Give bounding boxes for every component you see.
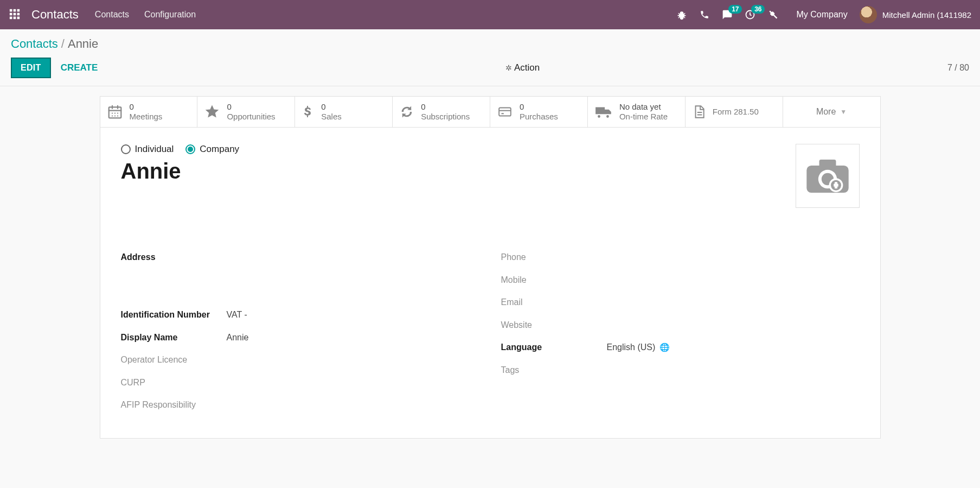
breadcrumb: Contacts/Annie [11,37,969,51]
menu-contacts[interactable]: Contacts [95,10,129,20]
messages-icon[interactable]: 17 [718,9,736,20]
dollar-icon [302,104,315,120]
svg-rect-8 [17,17,20,20]
edit-button[interactable]: EDIT [11,58,51,78]
stat-value: No data yet [619,102,668,112]
record-title: Annie [121,159,240,183]
image-placeholder[interactable] [796,144,860,208]
field-label: Website [501,318,607,332]
field-row: CURP [121,371,479,394]
svg-point-12 [597,115,600,118]
stat-meetings[interactable]: 0Meetings [100,97,198,127]
stat-label: Meetings [130,112,163,122]
field-row: Display NameAnnie [121,326,479,349]
stat-label: Opportunities [227,112,275,122]
field-row: Mobile [501,269,860,291]
stat-purchases[interactable]: 0Purchases [490,97,588,127]
stat-value: 0 [130,102,163,112]
field-value: English (US)🌐 [607,340,670,354]
phone-icon[interactable] [695,10,714,20]
svg-rect-3 [10,13,12,16]
field-value: Annie [227,331,249,345]
field-label: Operator Licence [121,353,227,367]
form-sheet: Individual Company Annie AddressIdentifi… [100,128,881,439]
stat-value: 0 [421,102,470,112]
svg-rect-11 [499,107,511,116]
refresh-icon [399,104,414,119]
svg-rect-5 [17,13,20,16]
more-label: More [816,107,836,117]
field-label: Display Name [121,331,227,345]
field-row: Phone [501,246,860,269]
svg-rect-0 [10,9,12,12]
create-button[interactable]: CREATE [61,62,98,73]
menu-configuration[interactable]: Configuration [144,10,196,20]
stat-buttons: 0Meetings0Opportunities0Sales0Subscripti… [100,96,881,128]
activities-badge: 36 [751,5,765,14]
svg-rect-2 [17,9,20,12]
app-brand[interactable]: Contacts [31,8,79,22]
field-row: Tags [501,359,860,382]
company-switcher[interactable]: My Company [796,10,847,20]
topbar: Contacts Contacts Configuration 17 36 My… [0,0,980,29]
card-icon [497,105,513,119]
fields-left-column: AddressIdentification NumberVAT -Display… [121,246,479,416]
globe-icon[interactable]: 🌐 [659,343,670,352]
stat-label: On-time Rate [619,112,668,122]
action-dropdown[interactable]: ✲Action [505,62,540,73]
control-panel: Contacts/Annie EDIT CREATE ✲Action 7 / 8… [0,29,980,86]
radio-company[interactable]: Company [185,144,239,155]
chevron-down-icon: ▼ [840,108,847,116]
svg-rect-6 [10,17,12,20]
breadcrumb-current: Annie [68,37,98,50]
stat-value: 0 [520,102,558,112]
field-row: Address [121,246,479,303]
svg-rect-7 [14,17,16,20]
messages-badge: 17 [728,5,742,14]
stat-label: Form 281.50 [713,107,759,117]
stat-form-281-50[interactable]: Form 281.50 [686,97,783,127]
svg-rect-4 [14,13,16,16]
svg-rect-1 [14,9,16,12]
field-label: Address [121,250,227,299]
apps-icon[interactable] [9,8,22,21]
stat-label: Purchases [520,112,558,122]
activities-icon[interactable]: 36 [741,9,759,20]
stat-label: Sales [321,112,342,122]
field-label: Tags [501,363,607,377]
bug-icon[interactable] [672,9,691,20]
stat-more[interactable]: More▼ [783,97,880,127]
field-label: Language [501,340,607,354]
svg-rect-21 [834,182,837,188]
svg-point-13 [606,115,609,118]
username: Mitchell Admin (1411982 [882,10,971,20]
field-row: Email [501,291,860,314]
field-row: Operator Licence [121,348,479,371]
tools-icon[interactable] [764,9,782,20]
fields-right-column: PhoneMobileEmailWebsiteLanguageEnglish (… [501,246,860,416]
user-menu[interactable]: Mitchell Admin (1411982 [860,6,971,23]
field-row: AFIP Responsibility [121,394,479,416]
field-label: AFIP Responsibility [121,398,227,412]
stat-label: Subscriptions [421,112,470,122]
radio-icon [185,144,195,154]
radio-icon [121,144,131,154]
pager[interactable]: 7 / 80 [947,63,969,73]
stat-subscriptions[interactable]: 0Subscriptions [393,97,490,127]
stat-opportunities[interactable]: 0Opportunities [197,97,295,127]
calendar-icon [107,104,123,120]
stat-value: 0 [227,102,275,112]
breadcrumb-root[interactable]: Contacts [11,37,58,50]
truck-icon [594,105,613,119]
field-row: Identification NumberVAT - [121,303,479,326]
field-label: Email [501,295,607,309]
stat-sales[interactable]: 0Sales [295,97,393,127]
field-label: Mobile [501,273,607,287]
stat-value: 0 [321,102,342,112]
radio-individual[interactable]: Individual [121,144,174,155]
avatar [860,6,877,23]
stat-on-time-rate[interactable]: No data yetOn-time Rate [588,97,686,127]
field-row: Website [501,314,860,337]
field-row: LanguageEnglish (US)🌐 [501,336,860,359]
field-label: CURP [121,376,227,390]
